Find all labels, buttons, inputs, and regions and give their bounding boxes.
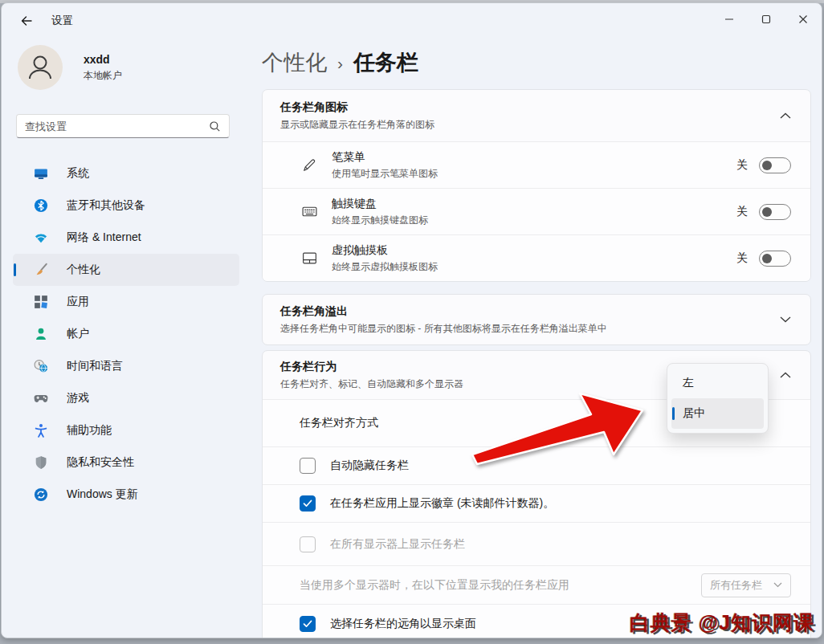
minimize-icon	[724, 14, 734, 24]
multi-display-label: 当使用多个显示器时，在以下位置显示我的任务栏应用	[300, 578, 569, 593]
window-controls	[711, 3, 822, 35]
taskbar-apps-select: 所有任务栏	[701, 573, 791, 597]
sidebar-item-time-language[interactable]: 时间和语言	[13, 350, 239, 382]
screenshot-root: 设置 x	[0, 0, 824, 644]
corner-icons-subtitle: 显示或隐藏显示在任务栏角落的图标	[280, 118, 434, 132]
clock-globe-icon	[33, 359, 48, 374]
show-badges-checkbox[interactable]	[300, 495, 316, 512]
corner-overflow-header[interactable]: 任务栏角溢出 选择任务栏角中可能显示的图标 - 所有其他图标将显示在任务栏角溢出…	[263, 295, 810, 344]
sidebar-item-privacy-security[interactable]: 隐私和安全性	[13, 446, 239, 479]
checkmark-icon	[303, 620, 312, 628]
multi-display-row: 当使用多个显示器时，在以下位置显示我的任务栏应用 所有任务栏	[263, 565, 810, 604]
toggle-knob	[762, 161, 772, 170]
settings-window: 设置 x	[1, 2, 822, 638]
all-displays-row: 在所有显示器上显示任务栏	[263, 522, 810, 565]
maximize-button[interactable]	[748, 3, 785, 35]
sidebar-item-bluetooth-devices[interactable]: 蓝牙和其他设备	[13, 190, 239, 222]
search-box[interactable]	[16, 114, 230, 138]
chevron-down-icon	[780, 316, 791, 323]
pen-menu-row: 笔菜单 使用笔时显示笔菜单图标 关	[263, 141, 810, 188]
sidebar-item-label: 网络 & Internet	[67, 230, 141, 245]
minimize-button[interactable]	[711, 3, 748, 35]
sidebar-item-system[interactable]: 系统	[13, 157, 239, 190]
profile-name: xxdd	[84, 53, 122, 66]
close-button[interactable]	[785, 3, 822, 35]
monitor-icon	[33, 166, 48, 181]
pen-menu-title: 笔菜单	[332, 150, 438, 165]
pen-menu-toggle-label: 关	[736, 158, 748, 173]
back-button[interactable]	[13, 9, 40, 33]
touch-keyboard-icon	[300, 203, 319, 220]
maximize-icon	[761, 14, 771, 24]
profile-text: xxdd 本地帐户	[84, 53, 122, 83]
toggle-knob	[762, 254, 772, 263]
alignment-option-left[interactable]: 左	[671, 368, 764, 398]
touch-keyboard-toggle-label: 关	[736, 205, 748, 219]
card-taskbar-corner-overflow: 任务栏角溢出 选择任务栏角中可能显示的图标 - 所有其他图标将显示在任务栏角溢出…	[262, 294, 811, 345]
corner-icons-title: 任务栏角图标	[280, 100, 434, 115]
sidebar: xxdd 本地帐户 系统	[2, 39, 251, 511]
sidebar-item-label: 辅助功能	[67, 423, 112, 438]
window-title: 设置	[51, 14, 73, 28]
virtual-touchpad-row: 虚拟触摸板 始终显示虚拟触摸板图标 关	[263, 234, 810, 281]
breadcrumb: 个性化 › 任务栏	[262, 48, 811, 77]
auto-hide-checkbox[interactable]	[300, 458, 316, 474]
all-displays-label: 在所有显示器上显示任务栏	[330, 537, 465, 552]
sidebar-item-gaming[interactable]: 游戏	[13, 382, 239, 414]
sidebar-item-label: 帐户	[67, 327, 89, 341]
watermark-text: 白典景 @J知识网课	[630, 609, 814, 636]
breadcrumb-personalization[interactable]: 个性化	[262, 48, 327, 77]
apps-grid-icon	[33, 295, 48, 310]
page-title: 任务栏	[353, 48, 418, 77]
touchpad-icon	[300, 250, 319, 267]
far-corner-checkbox[interactable]	[300, 616, 316, 632]
main-content: 个性化 › 任务栏 任务栏角图标 显示或隐藏显示在任务栏角落的图标	[262, 39, 811, 638]
chevron-down-icon	[773, 582, 782, 588]
accessibility-icon	[33, 423, 48, 438]
sidebar-item-apps[interactable]: 应用	[13, 286, 239, 318]
paintbrush-icon	[33, 263, 48, 278]
touch-keyboard-subtitle: 始终显示触摸键盘图标	[332, 214, 428, 227]
close-icon	[798, 14, 808, 24]
auto-hide-label: 自动隐藏任务栏	[330, 459, 409, 473]
taskbar-alignment-label: 任务栏对齐方式	[300, 416, 378, 430]
touch-keyboard-title: 触摸键盘	[332, 197, 428, 211]
corner-overflow-subtitle: 选择任务栏角中可能显示的图标 - 所有其他图标将显示在任务栏角溢出菜单中	[280, 322, 607, 336]
pen-menu-subtitle: 使用笔时显示笔菜单图标	[332, 167, 438, 181]
avatar	[18, 45, 63, 90]
far-corner-label: 选择任务栏的远角以显示桌面	[330, 617, 476, 631]
sidebar-item-network[interactable]: 网络 & Internet	[13, 222, 239, 254]
touch-keyboard-toggle[interactable]	[759, 204, 791, 220]
behaviors-subtitle: 任务栏对齐、标记、自动隐藏和多个显示器	[280, 377, 463, 391]
virtual-touchpad-toggle-label: 关	[736, 251, 748, 266]
sidebar-item-label: 系统	[67, 166, 89, 181]
sidebar-item-windows-update[interactable]: Windows 更新	[13, 479, 239, 511]
show-badges-row: 在任务栏应用上显示徽章 (未读邮件计数器)。	[263, 484, 810, 522]
taskbar-apps-select-value: 所有任务栏	[710, 578, 762, 593]
checkmark-icon	[303, 499, 312, 507]
behaviors-title: 任务栏行为	[280, 360, 463, 374]
pen-icon	[300, 157, 319, 173]
profile-block[interactable]: xxdd 本地帐户	[18, 45, 251, 90]
pen-menu-toggle[interactable]	[759, 157, 791, 173]
virtual-touchpad-toggle[interactable]	[759, 251, 791, 267]
gamepad-icon	[33, 391, 48, 406]
corner-overflow-title: 任务栏角溢出	[280, 304, 607, 319]
alignment-option-center[interactable]: 居中	[671, 398, 764, 429]
auto-hide-taskbar-row: 自动隐藏任务栏	[263, 446, 810, 484]
sidebar-item-label: 个性化	[67, 263, 100, 277]
virtual-touchpad-title: 虚拟触摸板	[332, 243, 438, 258]
all-displays-checkbox	[300, 536, 316, 552]
card-taskbar-corner-icons: 任务栏角图标 显示或隐藏显示在任务栏角落的图标 笔菜单 使用笔时显示笔菜单图标 …	[262, 89, 811, 282]
profile-account-type: 本地帐户	[84, 69, 122, 83]
alignment-option-label: 居中	[683, 406, 705, 421]
sidebar-item-personalization[interactable]: 个性化	[13, 254, 239, 286]
touch-keyboard-row: 触摸键盘 始终显示触摸键盘图标 关	[263, 188, 810, 234]
sidebar-item-accessibility[interactable]: 辅助功能	[13, 414, 239, 446]
search-input[interactable]	[25, 120, 209, 132]
search-icon	[209, 120, 221, 132]
shield-icon	[33, 455, 48, 471]
corner-icons-header[interactable]: 任务栏角图标 显示或隐藏显示在任务栏角落的图标	[263, 90, 810, 141]
sidebar-item-accounts[interactable]: 帐户	[13, 318, 239, 350]
sync-icon	[33, 487, 48, 503]
